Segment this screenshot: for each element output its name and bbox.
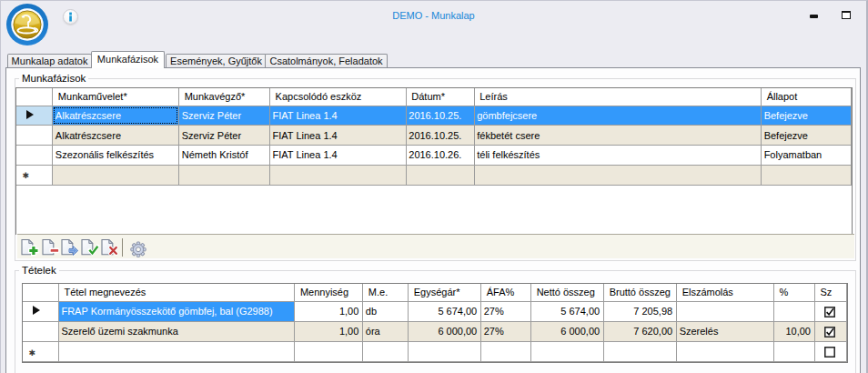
tab-esemenyek-gyujtok[interactable]: Események, Gyűjtők bbox=[166, 54, 267, 68]
cell-row3-allapot[interactable] bbox=[762, 165, 852, 185]
column-header-m-e[interactable]: M.e. bbox=[363, 284, 409, 301]
tab-munkalap-adatok[interactable]: Munkalap adatok bbox=[7, 54, 92, 68]
checkbox-checked[interactable] bbox=[824, 327, 835, 338]
cell-row1-m-e[interactable]: óra bbox=[363, 321, 409, 341]
cell-row0-netto-osszeg[interactable]: 5 674,00 bbox=[531, 301, 604, 321]
cell-row2-elszamolas[interactable] bbox=[677, 342, 774, 362]
column-header-egysegar[interactable]: Egységár* bbox=[409, 284, 481, 301]
cell-row1-leiras[interactable]: fékbetét csere bbox=[474, 126, 761, 146]
column-header-netto-osszeg[interactable]: Nettó összeg bbox=[531, 284, 604, 301]
column-header-leiras[interactable]: Leírás bbox=[474, 88, 761, 106]
column-header-munkamuvelet[interactable]: Munkaművelet* bbox=[53, 88, 179, 106]
cell-row2-kapcsolodo-eszkoz[interactable]: FIAT Linea 1.4 bbox=[270, 146, 407, 166]
tab-csatolmanyok-feladatok[interactable]: Csatolmányok, Feladatok bbox=[265, 54, 388, 68]
cell-row1-munkavegzo[interactable]: Szerviz Péter bbox=[179, 126, 270, 146]
checkbox-checked[interactable] bbox=[824, 307, 835, 318]
cell-row0-[interactable] bbox=[774, 301, 815, 321]
row-header-2[interactable]: ✱ bbox=[23, 342, 58, 362]
cell-row0-sz[interactable] bbox=[814, 301, 846, 321]
cell-row1-afa[interactable]: 27% bbox=[481, 321, 531, 341]
cell-row1-allapot[interactable]: Befejezve bbox=[762, 126, 852, 146]
cell-row0-mennyiseg[interactable]: 1,00 bbox=[295, 301, 363, 321]
cell-row2-[interactable] bbox=[774, 342, 815, 362]
row-header-column[interactable] bbox=[16, 88, 53, 106]
cell-row0-brutto-osszeg[interactable]: 7 205,98 bbox=[604, 301, 677, 321]
row-header-3[interactable]: ✱ bbox=[16, 165, 53, 185]
cell-row1-mennyiseg[interactable]: 1,00 bbox=[295, 321, 363, 341]
cell-row2-m-e[interactable] bbox=[363, 342, 409, 362]
cell-row1-netto-osszeg[interactable]: 6 000,00 bbox=[531, 321, 604, 341]
cell-row0-munkamuvelet[interactable]: Alkatrészcsere bbox=[53, 106, 179, 126]
groupbox-munkafazisok: Munkafázisok Munkaművelet*Munkavégző*Kap… bbox=[15, 78, 856, 261]
cell-row0-tetel-megnevezes[interactable]: FRAP Kormányösszekötő gömbfej, bal (G298… bbox=[58, 301, 294, 321]
column-header-mennyiseg[interactable]: Mennyiség bbox=[295, 284, 363, 301]
cell-row2-sz[interactable] bbox=[814, 342, 846, 362]
column-header-afa[interactable]: ÁFA% bbox=[481, 284, 531, 301]
current-row-arrow bbox=[26, 110, 34, 119]
document-minus-icon bbox=[41, 248, 61, 259]
accept-button[interactable] bbox=[80, 238, 100, 257]
column-header-brutto-osszeg[interactable]: Bruttó összeg bbox=[604, 284, 677, 301]
cell-row0-leiras[interactable]: gömbfejcsere bbox=[474, 106, 761, 126]
cell-row0-egysegar[interactable]: 5 674,00 bbox=[409, 301, 481, 321]
cell-row2-munkavegzo[interactable]: Németh Kristóf bbox=[179, 146, 270, 166]
row-header-2[interactable] bbox=[16, 146, 53, 166]
cell-row1-sz[interactable] bbox=[814, 321, 846, 341]
cell-row0-elszamolas[interactable] bbox=[677, 301, 774, 321]
cell-row2-leiras[interactable]: téli felkészítés bbox=[474, 146, 761, 166]
remove-row-button[interactable] bbox=[41, 238, 61, 257]
cell-row1-brutto-osszeg[interactable]: 7 620,00 bbox=[604, 321, 677, 341]
forward-button[interactable] bbox=[60, 238, 80, 257]
cell-row2-brutto-osszeg[interactable] bbox=[604, 342, 677, 362]
cell-row0-afa[interactable]: 27% bbox=[481, 301, 531, 321]
column-header-datum[interactable]: Dátum* bbox=[406, 88, 474, 106]
row-header-0[interactable] bbox=[16, 106, 53, 126]
cell-row1-tetel-megnevezes[interactable]: Szerelő üzemi szakmunka bbox=[58, 321, 294, 341]
cell-row1-[interactable]: 10,00 bbox=[774, 321, 815, 341]
cell-row2-tetel-megnevezes[interactable] bbox=[58, 342, 294, 362]
settings-button[interactable] bbox=[128, 238, 148, 257]
row-header-0[interactable] bbox=[23, 301, 58, 321]
minimize-button[interactable] bbox=[810, 15, 819, 18]
cell-row1-elszamolas[interactable]: Szerelés bbox=[677, 321, 774, 341]
row-header-column[interactable] bbox=[23, 284, 58, 301]
cell-row2-egysegar[interactable] bbox=[409, 342, 481, 362]
cell-row3-leiras[interactable] bbox=[474, 165, 761, 185]
column-header-kapcsolodo-eszkoz[interactable]: Kapcsolódó eszköz bbox=[270, 88, 407, 106]
cell-row2-afa[interactable] bbox=[481, 342, 531, 362]
cell-row0-allapot[interactable]: Befejezve bbox=[762, 106, 852, 126]
column-header-tetel-megnevezes[interactable]: Tétel megnevezés bbox=[58, 284, 294, 301]
cell-row2-netto-osszeg[interactable] bbox=[531, 342, 604, 362]
cell-row3-munkamuvelet[interactable] bbox=[53, 165, 179, 185]
document-icon bbox=[80, 238, 100, 257]
row-header-1[interactable] bbox=[16, 126, 53, 146]
cell-row2-allapot[interactable]: Folyamatban bbox=[762, 146, 852, 166]
cell-row3-kapcsolodo-eszkoz[interactable] bbox=[270, 165, 407, 185]
column-header-munkavegzo[interactable]: Munkavégző* bbox=[179, 88, 270, 106]
cell-row0-m-e[interactable]: db bbox=[363, 301, 409, 321]
cell-row1-datum[interactable]: 2016.10.25. bbox=[406, 126, 474, 146]
row-header-1[interactable] bbox=[23, 321, 58, 341]
cell-row1-egysegar[interactable]: 6 000,00 bbox=[409, 321, 481, 341]
phases-toolbar bbox=[17, 234, 854, 258]
cell-row3-datum[interactable] bbox=[406, 165, 474, 185]
add-row-button[interactable] bbox=[20, 238, 40, 257]
cell-row0-kapcsolodo-eszkoz[interactable]: FIAT Linea 1.4 bbox=[270, 106, 407, 126]
cell-row2-munkamuvelet[interactable]: Szezonális felkészítés bbox=[53, 146, 179, 166]
column-header-[interactable]: % bbox=[774, 284, 815, 301]
column-header-allapot[interactable]: Állapot bbox=[762, 88, 852, 106]
tab-munkafazisok[interactable]: Munkafázisok bbox=[91, 51, 165, 68]
cell-row1-munkamuvelet[interactable]: Alkatrészcsere bbox=[53, 126, 179, 146]
cell-row0-datum[interactable]: 2016.10.25. bbox=[406, 106, 474, 126]
column-header-elszamolas[interactable]: Elszámolás bbox=[677, 284, 774, 301]
cell-row0-munkavegzo[interactable]: Szerviz Péter bbox=[179, 106, 270, 126]
cell-row3-munkavegzo[interactable] bbox=[179, 165, 270, 185]
column-header-sz[interactable]: Sz bbox=[814, 284, 846, 301]
cell-row2-datum[interactable]: 2016.10.26. bbox=[406, 146, 474, 166]
cell-row2-mennyiseg[interactable] bbox=[295, 342, 363, 362]
checkbox-unchecked[interactable] bbox=[824, 347, 835, 358]
document-plus-icon bbox=[20, 248, 40, 259]
cell-row1-kapcsolodo-eszkoz[interactable]: FIAT Linea 1.4 bbox=[270, 126, 407, 146]
delete-button[interactable] bbox=[100, 238, 120, 257]
maximize-button[interactable] bbox=[842, 11, 852, 19]
